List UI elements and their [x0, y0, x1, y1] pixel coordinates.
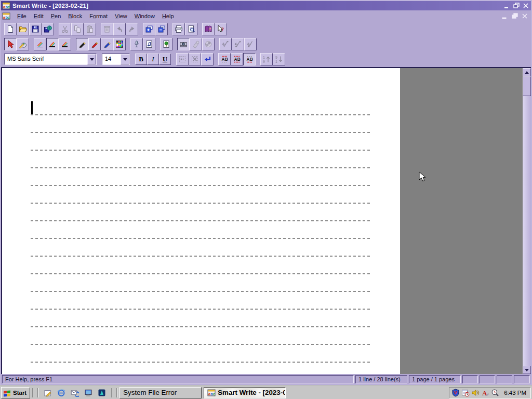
print-preview-button[interactable] — [185, 23, 197, 35]
mdi-restore-button[interactable] — [511, 12, 519, 20]
mail-icon[interactable] — [70, 388, 80, 398]
print-preview-icon — [187, 25, 195, 33]
stamp-yellow-icon — [192, 40, 200, 48]
menu-format[interactable]: Format — [86, 12, 111, 20]
menu-view[interactable]: View — [111, 12, 131, 20]
font-size-value: 14 — [102, 54, 121, 64]
pen-thick-button[interactable] — [59, 38, 71, 50]
close-button[interactable] — [522, 2, 530, 9]
font-size-dropdown-button[interactable] — [121, 54, 129, 64]
ruled-line — [31, 203, 370, 204]
scrollbar-track[interactable] — [523, 96, 531, 366]
task-button-system-file-error[interactable]: System File Error — [119, 387, 202, 398]
menu-block[interactable]: Block — [64, 12, 86, 20]
scrollbar-thumb[interactable] — [523, 76, 531, 96]
mdi-minimize-button[interactable] — [501, 12, 509, 20]
page-add-icon — [145, 25, 153, 33]
task-scheduler-icon[interactable] — [461, 389, 470, 397]
font-size-select[interactable]: 14 — [102, 54, 130, 65]
ruled-line — [31, 132, 370, 133]
context-help-button[interactable]: ? — [215, 23, 227, 35]
quick-launch-bar — [41, 388, 109, 398]
stamp-color-button — [202, 38, 215, 50]
mdi-close-button[interactable] — [521, 12, 529, 20]
font-name-select[interactable]: MS Sans Serif — [4, 54, 97, 65]
menu-pen[interactable]: Pen — [47, 12, 65, 20]
ab-line-top-button[interactable]: AB — [218, 53, 231, 65]
system-agent-clock-icon[interactable] — [491, 389, 499, 397]
system-tray: VA 6:43 PM — [449, 387, 531, 398]
camera-button[interactable] — [177, 38, 190, 50]
page-remove-button[interactable] — [155, 23, 168, 35]
help-book-button[interactable]: ? — [202, 23, 215, 35]
task-button-smart-write-2023-0[interactable]: abcSmart Write - [2023-0... — [204, 387, 286, 398]
color-palette-button[interactable] — [113, 38, 126, 50]
start-button[interactable]: Start — [1, 387, 30, 398]
pen-thin-button[interactable] — [34, 38, 46, 50]
delete-trash-button — [101, 23, 113, 35]
chevron-down-icon — [90, 58, 94, 61]
font-name-dropdown-button[interactable] — [87, 54, 96, 64]
cut-scissors-icon — [61, 25, 69, 33]
new-document-button[interactable] — [4, 23, 17, 35]
pen-medium-button[interactable] — [46, 38, 59, 50]
svg-text:1: 1 — [275, 60, 277, 63]
volume-icon[interactable] — [471, 389, 480, 397]
minimize-button[interactable] — [503, 2, 511, 9]
svg-text:?: ? — [221, 26, 224, 32]
scrollbar-up-button[interactable] — [523, 68, 531, 76]
bold-button[interactable]: B — [135, 54, 147, 65]
return-arrow-button[interactable] — [201, 53, 214, 65]
ab-line-both-button[interactable]: AB — [231, 53, 243, 65]
picture-tree-button[interactable] — [160, 38, 172, 50]
svg-text:9: 9 — [275, 56, 277, 59]
restore-button[interactable] — [512, 2, 521, 9]
picture-tree-icon — [162, 40, 170, 48]
writing-page[interactable] — [2, 68, 400, 374]
marker-red-button[interactable] — [88, 38, 101, 50]
antivirus-shield-icon[interactable]: V — [451, 389, 460, 397]
scrollbar-down-button[interactable] — [523, 366, 531, 374]
sound-clip-button[interactable] — [143, 38, 155, 50]
line-middle-button — [232, 38, 244, 50]
menu-help[interactable]: Help — [158, 12, 178, 20]
pen-input-button[interactable] — [17, 38, 29, 50]
menu-file[interactable]: File — [14, 12, 30, 20]
start-label: Start — [13, 390, 26, 396]
vertical-scrollbar[interactable] — [523, 68, 531, 374]
status-panel-empty — [514, 375, 530, 383]
svg-text:c: c — [8, 15, 10, 19]
menu-window[interactable]: Window — [131, 12, 158, 20]
save-floppy-button[interactable] — [29, 23, 42, 35]
redo-arrow-icon — [128, 25, 136, 33]
print-button[interactable] — [172, 23, 185, 35]
line-start-icon — [221, 40, 230, 48]
underline-button[interactable]: U — [159, 54, 171, 65]
new-document-icon — [6, 25, 15, 33]
status-panel-empty — [480, 375, 495, 383]
open-folder-button[interactable] — [17, 23, 29, 35]
undo-arrow-icon — [115, 25, 124, 33]
internet-explorer-icon[interactable] — [56, 388, 66, 398]
marker-blue-button[interactable] — [101, 38, 113, 50]
ruled-line — [31, 291, 370, 292]
font-utility-icon[interactable]: A — [481, 389, 489, 397]
select-arrow-button[interactable] — [4, 38, 17, 50]
menu-edit[interactable]: Edit — [30, 12, 47, 20]
pen-pad-icon[interactable] — [43, 388, 53, 398]
page-add-button[interactable] — [143, 23, 155, 35]
microphone-button[interactable] — [130, 38, 143, 50]
undo-arrow-button — [113, 23, 126, 35]
display-channel-icon[interactable] — [83, 388, 94, 398]
svg-text:A: A — [482, 389, 487, 397]
document-icon[interactable]: abc — [2, 12, 10, 20]
marker-black-button[interactable] — [76, 38, 88, 50]
marker-black-icon — [78, 40, 86, 48]
ab-line-bottom-button[interactable]: AB — [243, 53, 256, 65]
reorder-up-icon: 19 — [262, 55, 271, 63]
export-globe-button[interactable] — [42, 23, 54, 35]
smart-write-icon: abc — [207, 389, 216, 397]
media-player-icon[interactable] — [97, 388, 107, 398]
ab-line-top-icon: AB — [220, 55, 229, 63]
italic-button[interactable]: I — [147, 54, 159, 65]
